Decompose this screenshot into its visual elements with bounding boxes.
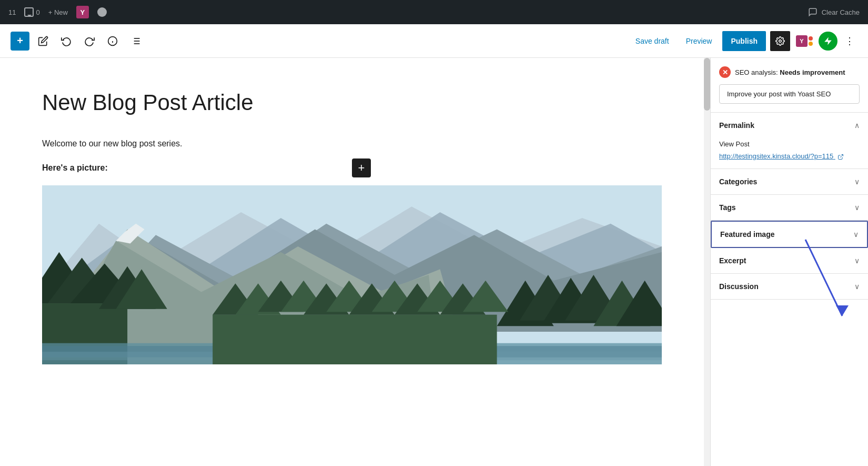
mountain-svg xyxy=(42,185,662,364)
discussion-header[interactable]: Discussion ∨ xyxy=(711,274,868,299)
paragraph-1: Welcome to our new blog post series. xyxy=(42,137,662,151)
discussion-chevron-icon: ∨ xyxy=(854,282,860,291)
discussion-title: Discussion xyxy=(719,282,759,291)
featured-image-chevron-icon: ∨ xyxy=(853,230,859,239)
preview-button[interactable]: Preview xyxy=(680,33,719,49)
edit-mode-button[interactable] xyxy=(34,32,53,51)
yoast-y-icon: Y xyxy=(796,35,808,47)
more-options-button[interactable]: ⋮ xyxy=(842,33,857,49)
info-icon xyxy=(107,36,118,46)
info-button[interactable] xyxy=(103,32,122,51)
speech-bubble-icon xyxy=(24,7,34,17)
permalink-section: Permalink ∧ View Post http://testingsite… xyxy=(711,113,868,169)
editor-area[interactable]: New Blog Post Article Welcome to our new… xyxy=(0,58,704,466)
yoast-toolbar-button[interactable]: Y xyxy=(794,31,814,51)
list-icon xyxy=(130,36,141,46)
settings-button[interactable] xyxy=(770,31,790,51)
excerpt-chevron-icon: ∨ xyxy=(854,256,860,265)
categories-title: Categories xyxy=(719,177,757,186)
categories-header[interactable]: Categories ∨ xyxy=(711,169,868,194)
performance-button[interactable] xyxy=(819,32,837,51)
tags-header[interactable]: Tags ∨ xyxy=(711,195,868,220)
add-block-button[interactable]: + xyxy=(11,32,29,51)
admin-cache-icon xyxy=(808,7,817,17)
permalink-chevron-up-icon: ∧ xyxy=(854,121,860,130)
svg-point-9 xyxy=(779,39,782,42)
undo-icon xyxy=(61,36,72,46)
excerpt-header[interactable]: Excerpt ∨ xyxy=(711,248,868,273)
featured-image-header[interactable]: Featured image ∨ xyxy=(712,222,867,247)
excerpt-section: Excerpt ∨ xyxy=(711,248,868,274)
admin-yoast[interactable]: Y xyxy=(76,6,89,18)
permalink-url[interactable]: http://testingsitex.kinsta.cloud/?p=115 xyxy=(719,152,860,160)
plus-icon: + xyxy=(358,161,365,175)
improve-yoast-button[interactable]: Improve your post with Yoast SEO xyxy=(719,84,860,104)
circle-icon xyxy=(97,7,107,17)
external-link-icon xyxy=(837,154,844,160)
clear-cache-label[interactable]: Clear Cache xyxy=(822,8,860,16)
excerpt-title: Excerpt xyxy=(719,256,746,265)
admin-count[interactable]: 11 xyxy=(8,8,16,16)
tags-section: Tags ∨ xyxy=(711,195,868,221)
yoast-orange-dot xyxy=(809,42,813,46)
svg-line-47 xyxy=(840,154,843,157)
bolt-icon xyxy=(823,36,833,46)
featured-image-section: Featured image ∨ xyxy=(711,221,868,248)
toolbar-right: Save draft Preview Publish Y ⋮ xyxy=(629,31,857,51)
svg-marker-49 xyxy=(836,305,849,316)
seo-status-label: Needs improvement xyxy=(780,68,845,76)
admin-bar-right: Clear Cache xyxy=(808,7,860,17)
post-content[interactable]: Welcome to our new blog post series. Her… xyxy=(42,137,662,364)
scrollbar-thumb[interactable] xyxy=(704,58,710,111)
svg-rect-34 xyxy=(213,314,497,364)
settings-gear-icon xyxy=(775,36,785,46)
three-dots-icon: ⋮ xyxy=(845,35,854,47)
undo-button[interactable] xyxy=(57,32,76,51)
save-draft-button[interactable]: Save draft xyxy=(629,33,675,49)
featured-image-title: Featured image xyxy=(720,230,774,239)
seo-section: ✕ SEO analysis: Needs improvement Improv… xyxy=(711,58,868,113)
sidebar: ✕ SEO analysis: Needs improvement Improv… xyxy=(710,58,868,466)
list-view-button[interactable] xyxy=(126,32,145,51)
permalink-title: Permalink xyxy=(719,121,754,130)
pencil-icon xyxy=(38,36,48,46)
permalink-content: View Post http://testingsitex.kinsta.clo… xyxy=(711,140,868,168)
new-label: + New xyxy=(48,8,68,16)
cache-icon xyxy=(808,7,817,17)
tags-title: Tags xyxy=(719,203,736,212)
discussion-section: Discussion ∨ xyxy=(711,274,868,300)
yoast-admin-icon: Y xyxy=(76,6,89,18)
insert-block-button[interactable]: + xyxy=(352,158,371,177)
redo-button[interactable] xyxy=(80,32,99,51)
admin-bar: 11 0 + New Y Clear Cache xyxy=(0,0,868,24)
seo-analysis-text: SEO analysis: Needs improvement xyxy=(735,68,845,76)
main-layout: New Blog Post Article Welcome to our new… xyxy=(0,58,868,466)
redo-icon xyxy=(84,36,95,46)
admin-new[interactable]: + New xyxy=(48,8,68,16)
seo-status-icon: ✕ xyxy=(719,66,731,78)
tags-chevron-icon: ∨ xyxy=(854,203,860,212)
publish-button[interactable]: Publish xyxy=(722,31,766,51)
editor-scrollbar[interactable] xyxy=(704,58,710,466)
post-title[interactable]: New Blog Post Article xyxy=(42,90,662,116)
featured-post-image xyxy=(42,185,662,364)
permalink-header[interactable]: Permalink ∧ xyxy=(711,113,868,138)
view-post-label: View Post xyxy=(719,140,860,148)
comment-count: 0 xyxy=(36,8,39,16)
plus-icon: + xyxy=(17,35,23,47)
editor-toolbar: + xyxy=(0,24,868,58)
admin-circle[interactable] xyxy=(97,7,107,17)
categories-chevron-icon: ∨ xyxy=(854,177,860,186)
yoast-red-dot xyxy=(809,36,813,41)
permalink-url-text: http://testingsitex.kinsta.cloud/?p=115 xyxy=(719,152,833,160)
seo-status: ✕ SEO analysis: Needs improvement xyxy=(719,66,860,78)
categories-section: Categories ∨ xyxy=(711,169,868,195)
admin-comments[interactable]: 0 xyxy=(24,7,39,17)
